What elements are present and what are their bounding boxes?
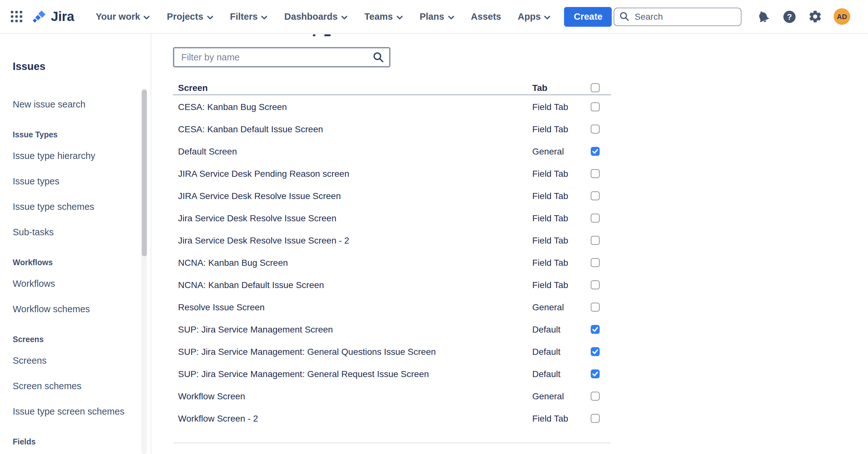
nav-menu-teams[interactable]: Teams — [364, 11, 403, 22]
sidebar-item-issue-types[interactable]: Issue types — [13, 169, 132, 194]
search-icon — [619, 11, 629, 21]
row-checkbox-checked[interactable] — [591, 325, 600, 333]
tab-cell: Field Tab — [532, 190, 579, 201]
row-checkbox[interactable] — [591, 280, 600, 289]
jira-wordmark: Jira — [51, 9, 74, 24]
row-checkbox[interactable] — [591, 102, 600, 111]
nav-menu-filters[interactable]: Filters — [230, 11, 268, 22]
filter-by-name-input[interactable] — [173, 47, 391, 67]
screen-name-cell: SUP: Jira Service Management: General Re… — [178, 368, 532, 379]
notifications-button[interactable] — [755, 9, 771, 24]
nav-menu-apps[interactable]: Apps — [518, 11, 551, 22]
sidebar-item-screen-schemes[interactable]: Screen schemes — [13, 373, 132, 399]
table-row: CESA: Kanban Bug ScreenField Tab — [173, 95, 611, 118]
nav-menu-label: Projects — [167, 11, 203, 22]
select-all-checkbox[interactable] — [591, 83, 600, 92]
chevron-down-icon — [206, 14, 213, 20]
settings-button[interactable] — [808, 9, 823, 24]
nav-menu-label: Assets — [471, 11, 501, 22]
nav-menu-label: Dashboards — [284, 11, 338, 22]
chevron-down-icon — [544, 14, 551, 20]
tab-cell: Field Tab — [532, 124, 579, 134]
sidebar-section-heading-screens: Screens — [13, 331, 132, 348]
bell-icon — [756, 9, 770, 24]
tab-cell: Default — [532, 368, 579, 379]
tab-cell: General — [532, 302, 579, 312]
tab-cell: Field Tab — [532, 101, 579, 112]
question-mark-icon: ? — [782, 9, 797, 24]
screen-name-cell: Jira Service Desk Resolve Issue Screen -… — [178, 235, 532, 245]
tab-cell: Field Tab — [532, 168, 579, 178]
table-row: Workflow Screen - 2Field Tab — [173, 407, 611, 429]
row-checkbox-checked[interactable] — [591, 369, 600, 378]
sidebar-scrollbar-track[interactable] — [141, 88, 147, 454]
sidebar-item-workflows[interactable]: Workflows — [13, 271, 132, 296]
sidebar-item-issue-type-schemes[interactable]: Issue type schemes — [13, 194, 132, 219]
row-checkbox[interactable] — [591, 169, 600, 178]
svg-text:?: ? — [786, 12, 792, 21]
search-input[interactable] — [614, 7, 741, 26]
sidebar-item-issue-type-screen-schemes[interactable]: Issue type screen schemes — [13, 399, 132, 424]
table-row: SUP: Jira Service Management: General Re… — [173, 362, 611, 385]
chevron-down-icon — [396, 14, 403, 20]
table-row: NCNA: Kanban Default Issue ScreenField T… — [173, 273, 611, 296]
sidebar-item-screens[interactable]: Screens — [13, 348, 132, 373]
nav-menu-assets[interactable]: Assets — [471, 11, 501, 22]
user-avatar[interactable]: AD — [834, 8, 850, 25]
screen-name-cell: Workflow Screen — [178, 391, 532, 401]
settings-sidebar: Issues New issue searchIssue TypesIssue … — [0, 34, 151, 454]
nav-menu-your-work[interactable]: Your work — [96, 11, 150, 22]
nav-menu-projects[interactable]: Projects — [167, 11, 213, 22]
tab-cell: Default — [532, 324, 579, 334]
sidebar-title: Issues — [13, 53, 132, 79]
screen-name-cell: NCNA: Kanban Bug Screen — [178, 257, 532, 267]
sidebar-item-workflow-schemes[interactable]: Workflow schemes — [13, 296, 132, 322]
screen-name-cell: JIRA Service Desk Pending Reason screen — [178, 168, 532, 178]
sidebar-section-heading-workflows: Workflows — [13, 254, 132, 271]
chevron-down-icon — [341, 14, 348, 20]
app-switcher-icon[interactable] — [11, 11, 22, 22]
sidebar-item-issue-type-hierarchy[interactable]: Issue type hierarchy — [13, 143, 132, 169]
sidebar-scrollbar-thumb[interactable] — [142, 90, 147, 256]
jira-logo[interactable]: Jira — [31, 8, 74, 25]
table-row: Workflow ScreenGeneral — [173, 385, 611, 407]
row-checkbox[interactable] — [591, 213, 600, 222]
row-checkbox[interactable] — [591, 414, 600, 423]
screen-name-cell: SUP: Jira Service Management: General Qu… — [178, 346, 532, 356]
sidebar-item-new-issue-search[interactable]: New issue search — [13, 92, 132, 117]
checkmark-icon — [591, 147, 599, 155]
nav-menu-dashboards[interactable]: Dashboards — [284, 11, 348, 22]
table-footer-divider — [173, 443, 611, 443]
table-row: Jira Service Desk Resolve Issue Screen -… — [173, 229, 611, 251]
sidebar-section-heading-issue-types: Issue Types — [13, 126, 132, 143]
help-button[interactable]: ? — [781, 9, 797, 24]
row-checkbox[interactable] — [591, 124, 600, 133]
screen-name-cell: SUP: Jira Service Management Screen — [178, 324, 532, 334]
row-checkbox-checked[interactable] — [591, 147, 600, 155]
row-checkbox[interactable] — [591, 236, 600, 244]
screen-name-cell: CESA: Kanban Bug Screen — [178, 101, 532, 112]
global-search — [614, 7, 741, 26]
tab-cell: Field Tab — [532, 279, 579, 290]
screen-name-cell: NCNA: Kanban Default Issue Screen — [178, 279, 532, 290]
chevron-down-icon — [447, 14, 454, 20]
clipped-text-fragment — [313, 34, 315, 36]
table-row: Jira Service Desk Resolve Issue ScreenFi… — [173, 207, 611, 229]
create-button[interactable]: Create — [564, 7, 612, 26]
tab-cell: Field Tab — [532, 413, 579, 423]
tab-cell: Default — [532, 346, 579, 356]
row-checkbox-checked[interactable] — [591, 347, 600, 356]
sidebar-item-sub-tasks[interactable]: Sub-tasks — [13, 219, 132, 245]
screen-name-cell: CESA: Kanban Default Issue Screen — [178, 124, 532, 134]
row-checkbox[interactable] — [591, 191, 600, 200]
nav-menu: Your workProjectsFiltersDashboardsTeamsP… — [96, 11, 551, 22]
jira-admin-screens-page: Jira Your workProjectsFiltersDashboardsT… — [0, 0, 868, 454]
nav-menu-plans[interactable]: Plans — [420, 11, 454, 22]
tab-cell: Field Tab — [532, 213, 579, 223]
top-navigation-bar: Jira Your workProjectsFiltersDashboardsT… — [0, 0, 868, 34]
row-checkbox[interactable] — [591, 258, 600, 267]
row-checkbox[interactable] — [591, 302, 600, 311]
row-checkbox[interactable] — [591, 391, 600, 400]
filter-search-icon — [373, 52, 384, 63]
screens-table-header: Screen Tab — [173, 81, 611, 95]
